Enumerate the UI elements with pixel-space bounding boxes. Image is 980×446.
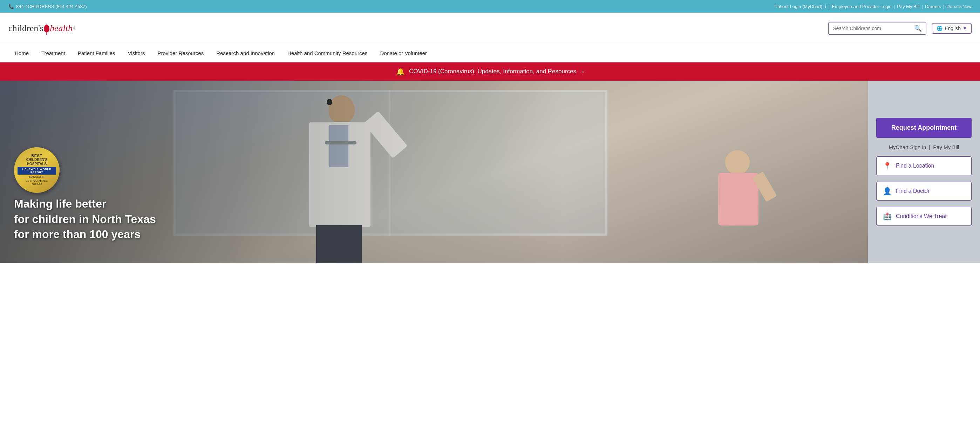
medical-bag-icon: 🏥 — [883, 212, 892, 221]
nav-health-community[interactable]: Health and Community Resources — [281, 44, 374, 62]
badge-ranked: RANKED IN10 SPECIALTIES2019-20 — [26, 175, 48, 186]
logo-text-2: health — [50, 23, 73, 33]
globe-icon: 🌐 — [937, 25, 942, 31]
search-box[interactable]: 🔍 — [828, 22, 926, 35]
language-label: English — [945, 25, 961, 31]
divider-3: | — [921, 4, 923, 9]
nav-research-innovation[interactable]: Research and Innovation — [210, 44, 281, 62]
chevron-down-icon: ▼ — [963, 26, 967, 31]
phone-number: 844-4CHILDRENS (844-424-4537) — [16, 4, 87, 9]
location-pin-icon: 📍 — [883, 162, 892, 170]
find-doctor-link[interactable]: 👤 Find a Doctor — [876, 182, 972, 201]
patient-login-link[interactable]: Patient Login (MyChart) — [775, 4, 822, 9]
find-doctor-label: Find a Doctor — [896, 188, 929, 194]
logo[interactable]: children's health ® — [8, 23, 75, 33]
nav-provider-resources[interactable]: Provider Resources — [151, 44, 210, 62]
search-input[interactable] — [833, 25, 911, 31]
badge-usnews: USNEWS & WORLD REPORT — [18, 167, 56, 175]
top-bar-left: 📞 844-4CHILDRENS (844-424-4537) — [8, 4, 87, 9]
nav-patient-families[interactable]: Patient Families — [72, 44, 122, 62]
divider-1: | — [829, 4, 830, 9]
mychart-pay-row: MyChart Sign in | Pay My Bill — [889, 144, 959, 150]
phone-icon: 📞 — [8, 4, 14, 9]
hero-section: BEST CHILDREN'SHOSPITALS USNEWS & WORLD … — [0, 81, 980, 263]
chevron-right-icon: › — [582, 68, 584, 75]
badge-best: BEST — [31, 154, 42, 158]
search-icon[interactable]: 🔍 — [914, 24, 922, 32]
divider-4: | — [943, 4, 944, 9]
employee-login-link[interactable]: Employee and Provider Login — [832, 4, 892, 9]
top-bar-right: Patient Login (MyChart) ℹ | Employee and… — [775, 4, 972, 9]
separator: | — [929, 144, 930, 150]
header: children's health ® 🔍 🌐 English ▼ — [0, 13, 980, 44]
divider-2: | — [894, 4, 895, 9]
find-location-label: Find a Location — [896, 163, 934, 169]
find-location-link[interactable]: 📍 Find a Location — [876, 156, 972, 175]
logo-text-1: children's — [8, 23, 43, 33]
hero-image: BEST CHILDREN'SHOSPITALS USNEWS & WORLD … — [0, 81, 868, 263]
header-right: 🔍 🌐 English ▼ — [828, 22, 972, 35]
hero-sidebar: Request Appointment MyChart Sign in | Pa… — [868, 81, 980, 263]
balloon-string — [46, 32, 47, 35]
hero-headline-text: Making life better for children in North… — [14, 196, 156, 242]
mychart-signin-link[interactable]: MyChart Sign in — [889, 144, 926, 150]
hero-headline: Making life better for children in North… — [14, 196, 156, 242]
bell-icon: 🔔 — [396, 67, 405, 76]
nav-home[interactable]: Home — [8, 44, 35, 62]
conditions-label: Conditions We Treat — [896, 213, 947, 220]
top-bar: 📞 844-4CHILDRENS (844-424-4537) Patient … — [0, 0, 980, 13]
best-hospitals-badge: BEST CHILDREN'SHOSPITALS USNEWS & WORLD … — [14, 147, 60, 193]
nav-treatment[interactable]: Treatment — [35, 44, 72, 62]
main-nav: Home Treatment Patient Families Visitors… — [0, 44, 980, 62]
info-icon: ℹ — [825, 4, 826, 9]
request-appointment-button[interactable]: Request Appointment — [876, 118, 972, 138]
covid-banner[interactable]: 🔔 COVID-19 (Coronavirus): Updates, Infor… — [0, 62, 980, 81]
careers-link[interactable]: Careers — [925, 4, 941, 9]
pay-bill-link[interactable]: Pay My Bill — [897, 4, 920, 9]
balloon-icon — [44, 24, 49, 32]
nav-visitors[interactable]: Visitors — [122, 44, 151, 62]
covid-banner-text: COVID-19 (Coronavirus): Updates, Informa… — [409, 68, 576, 75]
nav-donate-volunteer[interactable]: Donate or Volunteer — [374, 44, 433, 62]
conditions-we-treat-link[interactable]: 🏥 Conditions We Treat — [876, 207, 972, 226]
doctor-icon: 👤 — [883, 187, 892, 195]
language-button[interactable]: 🌐 English ▼ — [932, 23, 972, 33]
donate-link[interactable]: Donate Now — [947, 4, 972, 9]
pay-my-bill-link[interactable]: Pay My Bill — [933, 144, 959, 150]
badge-children-hospitals: CHILDREN'SHOSPITALS — [26, 158, 48, 166]
logo-trademark: ® — [73, 26, 75, 30]
